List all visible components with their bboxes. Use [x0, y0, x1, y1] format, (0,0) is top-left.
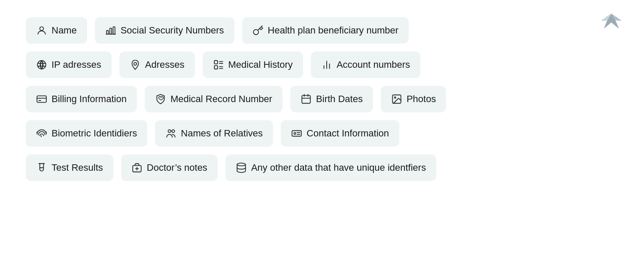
svg-point-23	[172, 130, 175, 133]
calendar-icon	[301, 94, 312, 105]
chip-label-contact: Contact Information	[307, 128, 389, 139]
chip-account-numbers[interactable]: Account numbers	[311, 51, 420, 78]
svg-rect-1	[106, 30, 108, 34]
chip-label-account-numbers: Account numbers	[337, 59, 410, 70]
svg-rect-3	[113, 27, 115, 34]
row-0: NameSocial Security NumbersHealth plan b…	[26, 17, 618, 44]
fingerprint-icon	[36, 128, 47, 139]
svg-point-5	[37, 60, 46, 69]
chip-medical-record[interactable]: Medical Record Number	[145, 86, 283, 112]
svg-rect-24	[292, 131, 301, 136]
chip-label-billing: Billing Information	[52, 94, 127, 105]
svg-rect-8	[214, 66, 218, 69]
chip-addresses[interactable]: Adresses	[119, 51, 195, 78]
row-4: Test ResultsDoctor’s notesAny other data…	[26, 154, 618, 181]
shield-heart-icon	[155, 94, 166, 105]
chip-biometric[interactable]: Biometric Identidiers	[26, 120, 147, 147]
main-content: NameSocial Security NumbersHealth plan b…	[0, 0, 644, 198]
database-icon	[236, 162, 247, 173]
chip-label-ip: IP adresses	[52, 59, 101, 70]
chip-name[interactable]: Name	[26, 17, 87, 44]
svg-rect-16	[302, 95, 310, 103]
chip-label-medical-history: Medical History	[228, 59, 293, 70]
chip-label-doctors-notes: Doctor’s notes	[147, 162, 207, 173]
chip-label-relatives: Names of Relatives	[181, 128, 263, 139]
chip-ip[interactable]: IP adresses	[26, 51, 112, 78]
chip-ssn[interactable]: Social Security Numbers	[95, 17, 234, 44]
chip-contact[interactable]: Contact Information	[281, 120, 399, 147]
people-icon	[165, 128, 176, 139]
brand-logo	[600, 12, 623, 33]
image-icon	[391, 94, 402, 105]
chip-unique-identifiers[interactable]: Any other data that have unique identfie…	[225, 154, 436, 181]
list-grid-icon	[213, 59, 224, 70]
chip-billing[interactable]: Billing Information	[26, 86, 137, 112]
chip-relatives[interactable]: Names of Relatives	[155, 120, 273, 147]
medical-bag-icon	[131, 162, 143, 173]
svg-rect-7	[214, 60, 218, 64]
svg-point-6	[134, 63, 137, 66]
chip-label-name: Name	[52, 25, 77, 36]
svg-rect-2	[110, 28, 112, 34]
bar-chart-small-icon	[321, 59, 332, 70]
id-card-icon	[291, 128, 302, 139]
chip-label-unique-identifiers: Any other data that have unique identfie…	[251, 162, 426, 173]
svg-point-22	[168, 130, 171, 133]
globe-icon	[36, 59, 47, 70]
svg-point-21	[394, 97, 395, 98]
chip-label-ssn: Social Security Numbers	[121, 25, 224, 36]
chip-health-plan[interactable]: Health plan beneficiary number	[242, 17, 409, 44]
location-icon	[130, 59, 141, 70]
row-2: Billing InformationMedical Record Number…	[26, 86, 618, 112]
svg-point-32	[237, 163, 246, 166]
person-icon	[36, 25, 47, 36]
svg-rect-13	[37, 96, 46, 102]
chip-birth-dates[interactable]: Birth Dates	[290, 86, 373, 112]
chip-label-addresses: Adresses	[145, 59, 185, 70]
svg-point-25	[294, 133, 296, 134]
chip-label-health-plan: Health plan beneficiary number	[268, 25, 399, 36]
chip-label-test-results: Test Results	[52, 162, 103, 173]
chip-medical-history[interactable]: Medical History	[203, 51, 303, 78]
bar-chart-icon	[105, 25, 116, 36]
chip-label-birth-dates: Birth Dates	[316, 94, 363, 105]
credit-card-icon	[36, 94, 47, 105]
chip-photos[interactable]: Photos	[381, 86, 447, 112]
row-1: IP adressesAdressesMedical HistoryAccoun…	[26, 51, 618, 78]
row-3: Biometric IdentidiersNames of RelativesC…	[26, 120, 618, 147]
chip-label-photos: Photos	[407, 94, 436, 105]
chip-test-results[interactable]: Test Results	[26, 154, 113, 181]
test-tube-icon	[36, 162, 47, 173]
svg-point-0	[40, 27, 44, 30]
chip-doctors-notes[interactable]: Doctor’s notes	[121, 154, 218, 181]
key-curve-icon	[252, 25, 264, 36]
chip-label-biometric: Biometric Identidiers	[52, 128, 137, 139]
chip-label-medical-record: Medical Record Number	[170, 94, 272, 105]
